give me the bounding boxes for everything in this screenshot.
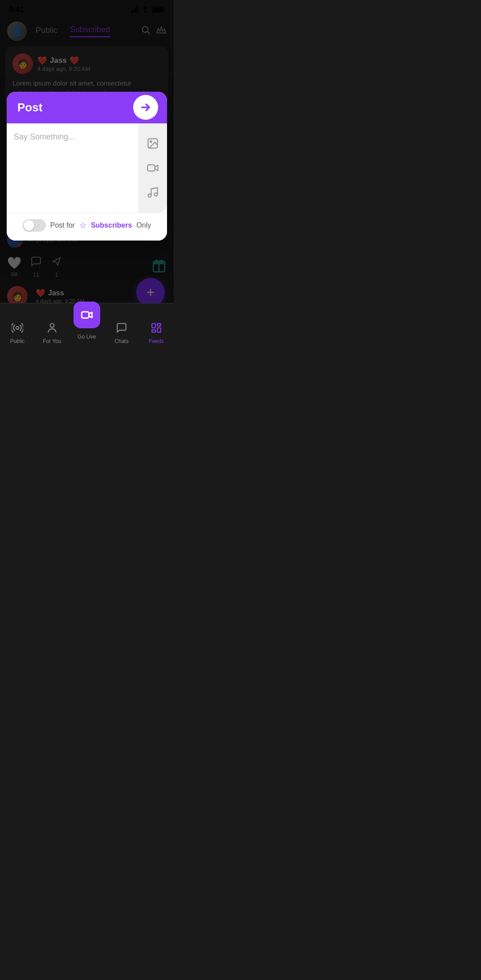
- modal-title: Post: [17, 101, 42, 114]
- svg-point-7: [150, 141, 152, 143]
- modal-body: Say Something...: [7, 123, 167, 212]
- feeds-icon: [151, 322, 162, 336]
- post-for-label: Post for: [50, 221, 75, 229]
- broadcast-icon: [12, 322, 23, 336]
- svg-rect-17: [157, 323, 161, 326]
- svg-rect-16: [152, 323, 155, 328]
- add-video-button[interactable]: [143, 158, 163, 178]
- person-icon: [46, 322, 58, 336]
- send-button[interactable]: [133, 95, 158, 120]
- nav-go-live-label: Go Live: [77, 334, 96, 340]
- nav-public-label: Public: [10, 338, 25, 344]
- post-input-area[interactable]: Say Something...: [7, 123, 139, 212]
- nav-go-live[interactable]: Go Live: [69, 302, 104, 340]
- nav-public[interactable]: Public: [0, 322, 35, 344]
- svg-point-14: [50, 323, 54, 327]
- svg-point-9: [148, 194, 151, 197]
- svg-rect-19: [152, 330, 155, 332]
- only-label: Only: [136, 221, 151, 229]
- svg-point-10: [155, 193, 158, 196]
- modal-header: Post: [7, 92, 167, 123]
- subscribers-label: Subscribers: [91, 221, 132, 229]
- post-modal: Post Say Something...: [7, 92, 167, 241]
- svg-rect-15: [82, 312, 89, 318]
- nav-feeds-label: Feeds: [149, 338, 163, 344]
- add-music-button[interactable]: [143, 183, 163, 202]
- nav-for-you[interactable]: For You: [35, 322, 69, 344]
- bottom-navigation: Public For You Go Live: [0, 303, 174, 353]
- nav-for-you-label: For You: [43, 338, 61, 344]
- modal-footer: Post for ☆ Subscribers Only: [7, 212, 167, 241]
- subscribers-toggle[interactable]: [23, 219, 46, 232]
- svg-rect-8: [147, 165, 155, 171]
- go-live-button[interactable]: [73, 302, 100, 328]
- svg-rect-18: [157, 328, 161, 332]
- star-icon: ☆: [79, 220, 86, 230]
- nav-feeds[interactable]: Feeds: [139, 322, 174, 344]
- add-image-button[interactable]: [143, 134, 163, 153]
- media-buttons: [139, 123, 167, 212]
- toggle-knob: [24, 220, 34, 231]
- svg-point-13: [16, 327, 19, 330]
- nav-chats-label: Chats: [114, 338, 128, 344]
- nav-chats[interactable]: Chats: [104, 322, 139, 344]
- chat-icon: [116, 322, 127, 336]
